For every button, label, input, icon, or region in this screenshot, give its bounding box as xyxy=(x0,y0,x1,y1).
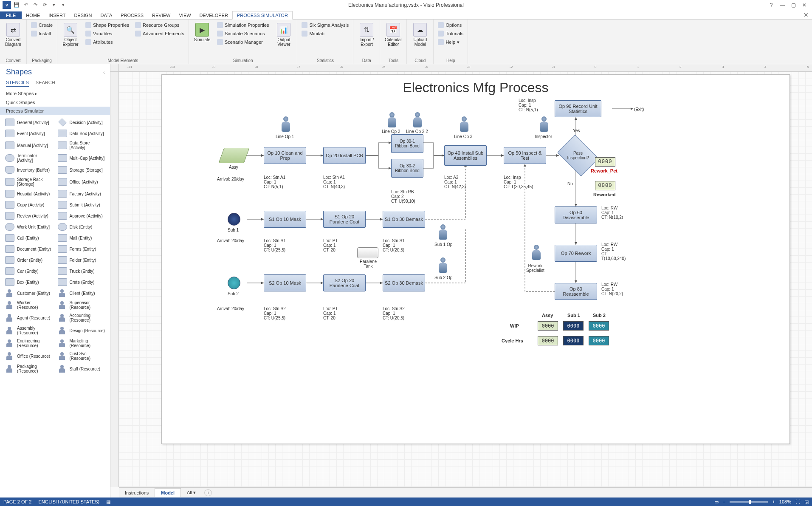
shape-inventory-buffer-[interactable]: Inventory (Buffer) xyxy=(3,164,55,175)
minimize-icon[interactable]: — xyxy=(777,1,787,9)
options-button[interactable]: Options xyxy=(436,21,465,29)
sub2-start[interactable] xyxy=(228,277,240,289)
shape-engineering-resource-[interactable]: Engineering (Resource) xyxy=(3,337,55,350)
tutorials-button[interactable]: Tutorials xyxy=(436,30,465,37)
calendar-editor-button[interactable]: 📅Calendar Editor xyxy=(383,21,404,57)
shape-call-entity-[interactable]: Call (Entity) xyxy=(3,232,55,243)
shape-packaging-resource-[interactable]: Packaging (Resource) xyxy=(3,362,55,375)
shape-marketing-resource-[interactable]: Marketing (Resource) xyxy=(55,337,108,350)
process-simulator-stencil[interactable]: Process Simulator xyxy=(0,107,110,115)
op50[interactable]: Op 50 Inspect & Test xyxy=(504,147,546,164)
simulate-scenarios-button[interactable]: Simulate Scenarios xyxy=(215,30,271,37)
fit-page-icon[interactable]: ⛶ xyxy=(795,499,800,504)
redo-icon[interactable]: ↷ xyxy=(31,1,39,9)
save-icon[interactable]: 💾 xyxy=(13,1,20,9)
shape-storage-storage-[interactable]: Storage [Storage] xyxy=(55,164,108,175)
add-page-button[interactable]: + xyxy=(204,489,212,496)
op80[interactable]: Op 80 Reassemble xyxy=(555,283,597,300)
close-document-icon[interactable]: ✕ xyxy=(800,11,812,19)
collapse-shapes-icon[interactable]: ‹ xyxy=(103,70,105,75)
quick-shapes[interactable]: Quick Shapes xyxy=(0,98,110,107)
shape-supervisor-resource-[interactable]: Supervisor (Resource) xyxy=(55,299,108,311)
page-tab-instructions[interactable]: Instructions xyxy=(119,489,155,497)
op30-2[interactable]: Op 30-2 Ribbon Bond xyxy=(391,159,423,178)
rework-specialist-icon[interactable] xyxy=(531,245,541,262)
shape-customer-entity-[interactable]: Customer (Entity) xyxy=(3,288,55,299)
tab-developer[interactable]: DEVELOPER xyxy=(195,11,232,19)
shape-forms-entity-[interactable]: Forms (Entity) xyxy=(55,243,108,254)
touch-icon[interactable]: ▾ xyxy=(50,1,58,9)
shape-document-entity-[interactable]: Document (Entity) xyxy=(3,243,55,254)
shape-work-unit-entity-[interactable]: Work Unit [Entity] xyxy=(3,221,55,232)
op60[interactable]: Op 60 Disassemble xyxy=(555,206,597,223)
sub2-op-icon[interactable] xyxy=(438,257,448,274)
attributes-button[interactable]: Attributes xyxy=(84,38,131,46)
shape-order-entity-[interactable]: Order (Entity) xyxy=(3,254,55,266)
variables-button[interactable]: Variables xyxy=(84,30,131,37)
shape-submit-activity-[interactable]: Submit (Activity) xyxy=(55,199,108,210)
s1op30[interactable]: S1 Op 30 Demask xyxy=(383,211,425,228)
macro-icon[interactable]: ▦ xyxy=(106,499,110,505)
stencils-tab[interactable]: STENCILS xyxy=(6,80,29,87)
create-button[interactable]: Create xyxy=(29,21,54,29)
tab-insert[interactable]: INSERT xyxy=(44,11,70,19)
tab-process[interactable]: PROCESS xyxy=(116,11,148,19)
page-tab-all[interactable]: All ▾ xyxy=(181,488,202,497)
help-icon[interactable]: ? xyxy=(766,1,776,9)
tab-view[interactable]: VIEW xyxy=(175,11,195,19)
shape-terminator-activity-[interactable]: Terminator [Activity] xyxy=(3,152,55,164)
op40[interactable]: Op 40 Install Sub Assemblies xyxy=(444,145,487,166)
shape-mail-entity-[interactable]: Mail (Entity) xyxy=(55,232,108,243)
convert-diagram-button[interactable]: ⇄Convert Diagram xyxy=(3,21,24,57)
drawing-surface[interactable]: Electronics Mfg Process xyxy=(119,72,812,487)
sub1-op-icon[interactable] xyxy=(438,224,448,241)
shape-storage-rack-storage-[interactable]: Storage Rack [Storage] xyxy=(3,175,55,188)
install-button[interactable]: Install xyxy=(29,30,54,37)
line-op-1-icon[interactable] xyxy=(281,116,291,133)
shape-multi-cap-activity-[interactable]: Multi-Cap [Activity] xyxy=(55,152,108,164)
zoom-in-icon[interactable]: + xyxy=(772,499,775,504)
shape-properties-button[interactable]: Shape Properties xyxy=(84,21,131,29)
page[interactable]: Electronics Mfg Process xyxy=(161,74,790,444)
tab-home[interactable]: HOME xyxy=(22,11,44,19)
tab-file[interactable]: FILE xyxy=(0,11,22,19)
line-op-3-icon[interactable] xyxy=(459,116,469,133)
upload-model-button[interactable]: ☁Upload Model xyxy=(409,21,431,57)
resource-groups-button[interactable]: Resource Groups xyxy=(133,21,186,29)
s1op10[interactable]: S1 Op 10 Mask xyxy=(264,211,306,228)
sub1-start[interactable] xyxy=(228,213,240,226)
shape-cust-svc-resource-[interactable]: Cust Svc (Resource) xyxy=(55,350,108,362)
more-shapes[interactable]: More Shapes ▸ xyxy=(0,89,110,98)
shape-agent-resource-[interactable]: Agent (Resource) xyxy=(3,311,55,324)
shape-worker-resource-[interactable]: Worker (Resource) xyxy=(3,299,55,311)
op90[interactable]: Op 90 Record Unit Statistics xyxy=(555,100,601,117)
shape-truck-entity-[interactable]: Truck (Entity) xyxy=(55,266,108,277)
tab-data[interactable]: DATA xyxy=(96,11,117,19)
zoom-slider[interactable] xyxy=(730,501,768,503)
op70[interactable]: Op 70 Rework xyxy=(555,245,597,262)
shape-data-store-activity-[interactable]: Data Store [Activity] xyxy=(55,139,108,152)
import-export-button[interactable]: ⇅Import / Export xyxy=(356,21,377,57)
tab-design[interactable]: DESIGN xyxy=(70,11,96,19)
shape-decision-activity-[interactable]: Decision [Activity] xyxy=(55,117,108,128)
shape-manual-activity-[interactable]: Manual [Activity] xyxy=(3,139,55,152)
shape-box-entity-[interactable]: Box (Entity) xyxy=(3,277,55,288)
shape-assembly-resource-[interactable]: Assembly (Resource) xyxy=(3,324,55,337)
shape-event-activity-[interactable]: Event [Activity] xyxy=(3,128,55,139)
shape-folder-entity-[interactable]: Folder (Entity) xyxy=(55,254,108,266)
s1op20[interactable]: S1 Op 20 Paralene Coat xyxy=(323,211,366,228)
shape-office-resource-[interactable]: Office (Resource) xyxy=(3,350,55,362)
six-sigma-button[interactable]: Six Sigma Analysis xyxy=(300,21,350,29)
simulation-properties-button[interactable]: Simulation Properties xyxy=(215,21,271,29)
refresh-icon[interactable]: ⟳ xyxy=(41,1,48,9)
inspector-icon[interactable] xyxy=(539,116,549,133)
output-viewer-button[interactable]: 📊Output Viewer xyxy=(273,21,294,57)
line-op-2-icon[interactable] xyxy=(387,112,397,129)
shape-review-activity-[interactable]: Review (Activity) xyxy=(3,210,55,221)
shape-general-activity-[interactable]: General [Activity] xyxy=(3,117,55,128)
op10[interactable]: Op 10 Clean and Prep xyxy=(264,147,306,164)
paralene-tank-icon[interactable] xyxy=(357,247,378,258)
presentation-mode-icon[interactable]: ▭ xyxy=(714,499,719,505)
customize-qat-icon[interactable]: ▾ xyxy=(59,1,67,9)
shape-design-resource-[interactable]: Design (Resource) xyxy=(55,324,108,337)
